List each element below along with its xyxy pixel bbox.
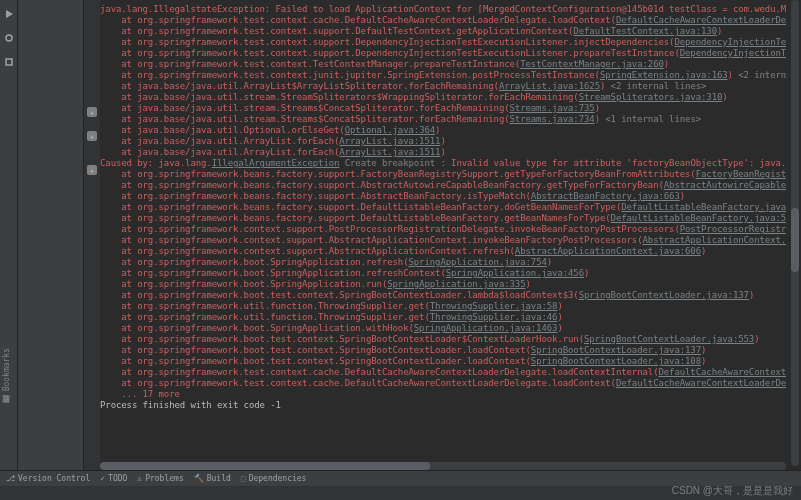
stacktrace-link[interactable]: DefaultTestContext.java:130: [573, 26, 717, 36]
tool-window-column: [18, 0, 84, 470]
stacktrace-link[interactable]: ThrowingSupplier.java:46: [430, 312, 558, 322]
stacktrace-link[interactable]: SpringBootContextLoader.java:108: [531, 356, 701, 366]
console-text: at org.springframework.beans.factory.sup…: [121, 202, 621, 212]
tab-label: TODO: [108, 474, 127, 483]
bottom-tab[interactable]: ✓TODO: [100, 474, 127, 483]
stacktrace-link[interactable]: SpringBootContextLoader.java:137: [579, 290, 749, 300]
console-line: ... 17 more: [100, 389, 782, 400]
watermark: CSDN @大哥，是是是我好: [672, 484, 793, 498]
gutter: +++: [84, 0, 100, 470]
console-text: ): [717, 26, 722, 36]
console-text: at org.springframework.test.context.supp…: [121, 48, 679, 58]
fold-marker-icon[interactable]: +: [87, 107, 97, 117]
run-tab-icon[interactable]: [3, 8, 15, 20]
stacktrace-link[interactable]: SpringApplication.java:754: [408, 257, 546, 267]
stacktrace-link[interactable]: TestContextManager.java:260: [520, 59, 664, 69]
stacktrace-link[interactable]: SpringExtension.java:163: [600, 70, 728, 80]
stacktrace-link[interactable]: Optional.java:364: [345, 125, 435, 135]
bottom-tab[interactable]: ⬚Dependencies: [241, 474, 307, 483]
stacktrace-link[interactable]: Streams.java:735: [510, 103, 595, 113]
stacktrace-link[interactable]: DependencyInjectionTestExecutionListener…: [674, 37, 786, 47]
stacktrace-link[interactable]: StreamSpliterators.java:310: [579, 92, 723, 102]
console-text: ): [701, 356, 706, 366]
stacktrace-link[interactable]: DefaultCacheAwareContextLoaderDelegate.j…: [658, 367, 786, 377]
console-text: ): [701, 345, 706, 355]
console-text: at org.springframework.boot.test.context…: [121, 290, 578, 300]
console-text: at org.springframework.boot.SpringApplic…: [121, 268, 445, 278]
console-text: ): [595, 103, 600, 113]
bottom-tab[interactable]: ⚠Problems: [137, 474, 183, 483]
console-text: ): [701, 246, 706, 256]
console-text: at org.springframework.boot.test.context…: [121, 345, 531, 355]
stacktrace-link[interactable]: IllegalArgumentException: [212, 158, 340, 168]
console-text: at org.springframework.boot.SpringApplic…: [121, 257, 408, 267]
console-line: at org.springframework.test.context.cach…: [100, 15, 782, 26]
stacktrace-link[interactable]: ThrowingSupplier.java:58: [430, 301, 558, 311]
bottom-tab[interactable]: ⎇Version Control: [6, 474, 90, 483]
console-text: <2 internal lines>: [611, 81, 707, 91]
svg-point-1: [6, 35, 12, 41]
horizontal-scrollbar-thumb[interactable]: [100, 462, 430, 470]
console-line: at java.base/java.util.ArrayList$ArrayLi…: [100, 81, 782, 92]
horizontal-scrollbar[interactable]: [100, 462, 786, 470]
stacktrace-link[interactable]: ArrayList.java:1511: [339, 147, 440, 157]
vertical-scrollbar[interactable]: [791, 0, 799, 466]
console-line: at org.springframework.util.function.Thr…: [100, 312, 782, 323]
console-line: at org.springframework.context.support.A…: [100, 235, 782, 246]
console-line: at java.base/java.util.stream.Streams$Co…: [100, 103, 782, 114]
console-text: at org.springframework.test.context.juni…: [121, 70, 600, 80]
console-line: at org.springframework.test.context.supp…: [100, 48, 782, 59]
console-line: at org.springframework.test.context.supp…: [100, 37, 782, 48]
debug-tab-icon[interactable]: [3, 32, 15, 44]
console-line: at org.springframework.context.support.A…: [100, 246, 782, 257]
stacktrace-link[interactable]: ArrayList.java:1625: [499, 81, 600, 91]
console-line: at org.springframework.boot.SpringApplic…: [100, 257, 782, 268]
console-text: at org.springframework.beans.factory.sup…: [121, 213, 610, 223]
stacktrace-link[interactable]: SpringBootContextLoader.java:553: [584, 334, 754, 344]
tab-icon: 🔨: [194, 474, 204, 483]
stacktrace-link[interactable]: Streams.java:734: [510, 114, 595, 124]
stacktrace-link[interactable]: SpringApplication.java:456: [446, 268, 584, 278]
console-text: at org.springframework.boot.SpringApplic…: [121, 323, 414, 333]
console-line: at org.springframework.beans.factory.sup…: [100, 180, 782, 191]
tab-icon: ✓: [100, 474, 105, 483]
console-line: at org.springframework.test.context.supp…: [100, 26, 782, 37]
stacktrace-link[interactable]: DefaultListableBeanFactory.java:575: [621, 202, 786, 212]
fold-marker-icon[interactable]: +: [87, 131, 97, 141]
console-text: ): [754, 334, 759, 344]
bottom-tab[interactable]: 🔨Build: [194, 474, 231, 483]
console-text: ): [584, 268, 589, 278]
tab-icon: ⚠: [137, 474, 142, 483]
stacktrace-link[interactable]: DefaultListableBeanFactory.java:534: [611, 213, 786, 223]
tools-tab-icon[interactable]: [3, 56, 15, 68]
console-text: at org.springframework.context.support.P…: [121, 224, 679, 234]
fold-marker-icon[interactable]: +: [87, 165, 97, 175]
console-line: at java.base/java.util.stream.StreamSpli…: [100, 92, 782, 103]
vertical-scrollbar-thumb[interactable]: [791, 208, 799, 272]
tab-icon: ⎇: [6, 474, 15, 483]
console-text: at java.base/java.util.ArrayList.forEach…: [121, 147, 339, 157]
console-text: at org.springframework.util.function.Thr…: [121, 312, 429, 322]
stacktrace-link[interactable]: DependencyInjectionTestExecutionListener…: [680, 48, 786, 58]
stacktrace-link[interactable]: SpringApplication.java:335: [387, 279, 525, 289]
stacktrace-link[interactable]: ArrayList.java:1511: [339, 136, 440, 146]
stacktrace-link[interactable]: PostProcessorRegistrationDelegate.java:1…: [680, 224, 786, 234]
stacktrace-link[interactable]: AbstractBeanFactory.java:663: [531, 191, 680, 201]
console-line: java.lang.IllegalstateException: Failed …: [100, 4, 782, 15]
stacktrace-link[interactable]: SpringBootContextLoader.java:137: [531, 345, 701, 355]
tab-label: Dependencies: [249, 474, 307, 483]
stacktrace-link[interactable]: AbstractApplicationContext.java:606: [515, 246, 701, 256]
sidebar-rotated-label[interactable]: 查看日志 ★ Bookmarks: [2, 348, 13, 410]
console-line: at org.springframework.boot.test.context…: [100, 334, 782, 345]
stacktrace-link[interactable]: FactoryBeanRegistrySupport.java:86: [696, 169, 786, 179]
stacktrace-link[interactable]: DefaultCacheAwareContextLoaderDelegate.j…: [616, 378, 786, 388]
stacktrace-link[interactable]: AbstractAutowireCapableBeanFactory.java:…: [664, 180, 786, 190]
console-line: at org.springframework.boot.SpringApplic…: [100, 279, 782, 290]
console-line: at org.springframework.boot.test.context…: [100, 356, 782, 367]
stacktrace-link[interactable]: AbstractApplicationContext.java:788: [643, 235, 787, 245]
console-text: <1 internal lines>: [605, 114, 701, 124]
stacktrace-link[interactable]: DefaultCacheAwareContextLoaderDelegate.j…: [616, 15, 786, 25]
stacktrace-link[interactable]: SpringApplication.java:1463: [414, 323, 558, 333]
console-line: at org.springframework.boot.SpringApplic…: [100, 268, 782, 279]
console-text: at org.springframework.boot.SpringApplic…: [121, 279, 387, 289]
